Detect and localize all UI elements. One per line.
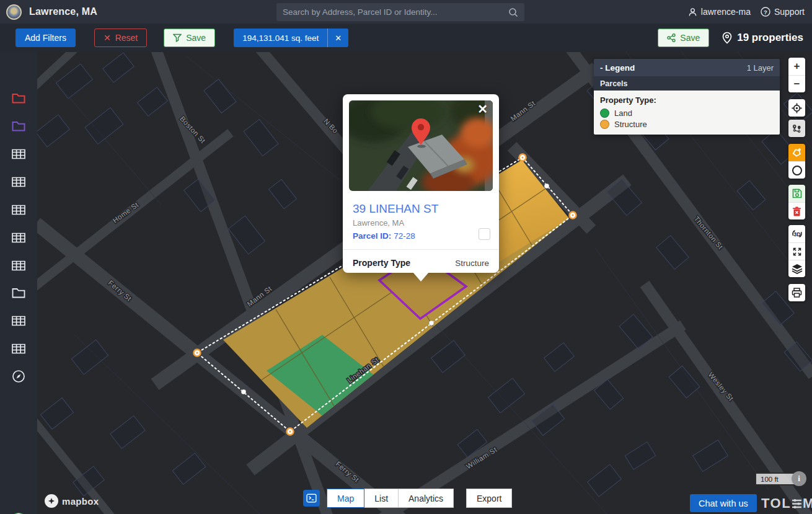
- sidebar-folder-purple-icon[interactable]: [0, 115, 37, 136]
- console-button[interactable]: [303, 490, 320, 507]
- svg-text:?: ?: [764, 9, 767, 16]
- popup-property-type-row: Property Type Structure: [353, 258, 489, 268]
- area-filter-chip[interactable]: 194,131.041 sq. feet ✕: [234, 29, 348, 47]
- save-search-button[interactable]: Save: [658, 29, 709, 47]
- locate-button[interactable]: [788, 99, 805, 117]
- user-icon: [688, 7, 697, 17]
- sidebar-folder-red-icon[interactable]: [0, 87, 37, 109]
- delete-trash-icon: [792, 206, 801, 216]
- layers-button[interactable]: [788, 260, 805, 277]
- legend-panel: - Legend 1 Layer Parcels Property Type: …: [594, 59, 780, 135]
- support-menu[interactable]: ? Support: [761, 7, 805, 17]
- remove-filter-icon[interactable]: ✕: [328, 33, 348, 43]
- draw-polygon-icon: [792, 148, 802, 158]
- legend-group-parcels[interactable]: Parcels: [594, 76, 780, 91]
- print-icon: [792, 288, 802, 298]
- property-type-value: Structure: [455, 259, 489, 268]
- search-icon[interactable]: [508, 7, 518, 17]
- tolemi-logo: TOLMI: [761, 495, 812, 512]
- search-bar[interactable]: [276, 3, 524, 21]
- export-button[interactable]: Export: [466, 489, 512, 508]
- popup-close-icon[interactable]: ✕: [477, 103, 488, 115]
- page-title: Lawrence, MA: [29, 6, 97, 17]
- fullscreen-button[interactable]: [788, 242, 805, 260]
- tab-map[interactable]: Map: [327, 489, 364, 508]
- legend-body: Property Type: Land Structure: [594, 91, 780, 135]
- popup-address-link[interactable]: 39 LINEHAN ST: [353, 202, 438, 216]
- popup-tail: [413, 272, 429, 281]
- route-pins-icon: [792, 124, 802, 133]
- draw-circle-icon: [792, 165, 803, 176]
- info-icon: i: [798, 474, 800, 484]
- popup-divider: [343, 249, 499, 250]
- sidebar-table-icon-3[interactable]: [0, 199, 37, 220]
- zoom-out-button[interactable]: −: [788, 75, 805, 92]
- sidebar-folder-white-icon[interactable]: [0, 282, 37, 303]
- sidebar-table-icon-1[interactable]: [0, 143, 37, 164]
- filter-bar: Add Filters ✕ Reset Save 194,131.041 sq.…: [0, 24, 812, 52]
- save-filter-button[interactable]: Save: [164, 29, 215, 47]
- map-controls: + −: [788, 58, 805, 301]
- save-floppy-icon: [792, 188, 802, 198]
- locate-icon: [792, 103, 802, 113]
- user-name: lawrence-ma: [701, 7, 751, 17]
- print-button[interactable]: [788, 284, 805, 301]
- draw-circle-button[interactable]: [788, 161, 805, 179]
- city-seal-logo: [6, 4, 22, 20]
- structure-color-dot: [600, 120, 609, 129]
- route-pins-button[interactable]: [788, 120, 805, 137]
- tab-list[interactable]: List: [364, 489, 399, 508]
- chat-button[interactable]: Chat with us: [690, 494, 757, 512]
- properties-count: 19 properties: [722, 32, 803, 44]
- reset-filters-button[interactable]: ✕ Reset: [94, 29, 147, 47]
- popup-city: Lawrence, MA: [353, 218, 404, 228]
- search-input[interactable]: [276, 7, 508, 17]
- app-window: Boston St N Bo Home St Ferry St Ferry St…: [0, 0, 812, 514]
- sidebar-table-icon-2[interactable]: [0, 171, 37, 192]
- tab-analytics[interactable]: Analytics: [398, 489, 454, 508]
- tolemi-e-icon: [792, 498, 801, 509]
- parcel-popup: ✕ 39 LINEHAN ST Lawrence, MA Parcel ID:7…: [343, 94, 499, 273]
- property-type-label: Property Type: [353, 258, 410, 268]
- mapbox-attribution[interactable]: mapbox: [45, 494, 99, 508]
- share-icon: [667, 33, 676, 42]
- sidebar-table-icon-4[interactable]: [0, 227, 37, 248]
- legend-field-label: Property Type:: [600, 95, 774, 105]
- user-menu[interactable]: lawrence-ma: [688, 7, 751, 17]
- area-filter-value: 194,131.041 sq. feet: [234, 33, 327, 43]
- layers-icon: [792, 264, 803, 274]
- sidebar-table-icon-7[interactable]: [0, 338, 37, 359]
- legend-item-land: Land: [600, 109, 774, 118]
- save-selection-button[interactable]: [788, 185, 805, 202]
- add-filters-button[interactable]: Add Filters: [15, 29, 76, 47]
- legend-item-structure: Structure: [600, 120, 774, 129]
- delete-selection-button[interactable]: [788, 202, 805, 219]
- rotate-3d-button[interactable]: 3D: [788, 225, 805, 242]
- location-pin-icon: [722, 32, 733, 44]
- sidebar-table-icon-5[interactable]: [0, 255, 37, 276]
- support-label: Support: [774, 7, 805, 17]
- land-color-dot: [600, 109, 609, 118]
- draw-polygon-button[interactable]: [788, 144, 805, 161]
- street-label-thornton: Thornton St: [692, 215, 725, 250]
- parcel-id-label: Parcel ID:: [353, 231, 391, 241]
- zoom-in-button[interactable]: +: [788, 58, 805, 75]
- close-icon: ✕: [104, 33, 111, 43]
- top-header: Lawrence, MA lawrence-ma ? Support: [0, 0, 812, 24]
- sidebar-compass-icon[interactable]: [0, 366, 37, 387]
- legend-header[interactable]: - Legend 1 Layer: [594, 59, 780, 76]
- popup-parcel-id: Parcel ID:72-28: [353, 231, 415, 241]
- mapbox-icon: [45, 494, 58, 508]
- parcel-id-value: 72-28: [394, 231, 415, 241]
- terminal-icon: [306, 494, 317, 503]
- question-icon: ?: [761, 7, 770, 17]
- legend-title: - Legend: [600, 63, 635, 73]
- rotate-3d-icon: 3D: [791, 228, 803, 239]
- left-sidebar: + »: [0, 52, 37, 514]
- sidebar-table-icon-6[interactable]: [0, 310, 37, 331]
- fullscreen-icon: [792, 247, 802, 257]
- popup-select-checkbox[interactable]: [479, 228, 490, 240]
- filter-funnel-icon: [173, 33, 182, 42]
- info-button[interactable]: i: [792, 471, 806, 486]
- aerial-photo: [349, 100, 493, 191]
